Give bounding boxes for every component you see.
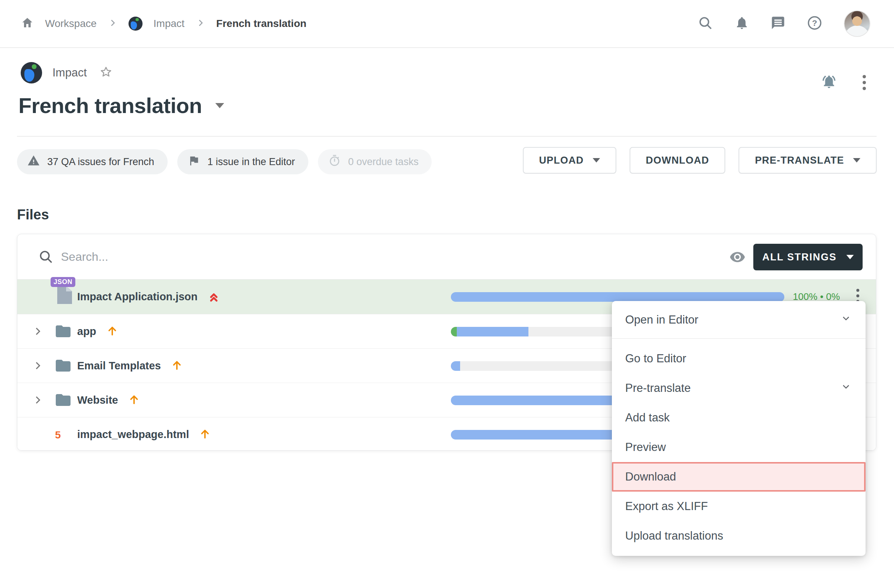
menu-item-upload-translations[interactable]: Upload translations <box>612 521 865 551</box>
editor-issues-label: 1 issue in the Editor <box>207 156 295 168</box>
pre-translate-button[interactable]: PRE-TRANSLATE <box>738 147 877 174</box>
chevron-right-icon <box>108 18 118 29</box>
project-logo-large[interactable] <box>21 62 42 83</box>
qa-issues-label: 37 QA issues for French <box>47 156 154 168</box>
expand-chevron-icon[interactable] <box>32 360 43 373</box>
project-name[interactable]: Impact <box>53 66 87 79</box>
project-logo[interactable] <box>128 17 142 31</box>
messages-icon[interactable] <box>771 15 785 32</box>
warning-icon <box>27 154 40 169</box>
file-context-menu: Open in Editor Go to Editor Pre-translat… <box>612 301 865 556</box>
title-dropdown-caret-icon[interactable] <box>215 103 224 108</box>
stopwatch-icon <box>328 154 341 169</box>
breadcrumb-current: French translation <box>216 18 307 30</box>
top-navigation-bar: Workspace Impact French translation ? <box>0 0 894 48</box>
notifications-icon[interactable] <box>734 15 749 32</box>
priority-high-icon <box>199 427 211 441</box>
menu-item-open-in-editor[interactable]: Open in Editor <box>612 301 865 339</box>
menu-item-preview[interactable]: Preview <box>612 432 865 462</box>
files-heading: Files <box>17 207 49 223</box>
menu-item-download[interactable]: Download <box>612 462 865 491</box>
menu-item-pre-translate[interactable]: Pre-translate <box>612 373 865 403</box>
user-avatar[interactable] <box>844 11 870 37</box>
priority-high-icon <box>171 359 183 373</box>
folder-name[interactable]: app <box>77 325 97 337</box>
breadcrumb-workspace[interactable]: Workspace <box>45 18 97 30</box>
search-icon <box>38 249 54 266</box>
expand-chevron-icon[interactable] <box>32 326 43 338</box>
caret-down-icon <box>593 158 600 163</box>
page-title: French translation <box>18 93 202 118</box>
search-icon[interactable] <box>698 15 713 32</box>
file-name[interactable]: impact_webpage.html <box>77 428 189 441</box>
priority-high-icon <box>106 324 119 338</box>
notification-settings-icon[interactable] <box>821 74 837 91</box>
editor-issues-badge[interactable]: 1 issue in the Editor <box>177 149 308 174</box>
overdue-tasks-badge: 0 overdue tasks <box>318 149 432 174</box>
breadcrumb: Workspace Impact French translation <box>21 16 307 31</box>
menu-item-go-to-editor[interactable]: Go to Editor <box>612 344 865 373</box>
files-toolbar: ALL STRINGS <box>17 234 876 280</box>
expand-chevron-icon[interactable] <box>32 395 43 407</box>
folder-icon <box>54 322 72 342</box>
caret-down-icon <box>853 158 861 163</box>
priority-urgent-icon <box>207 290 220 304</box>
file-name[interactable]: Impact Application.json <box>77 291 198 303</box>
help-icon[interactable]: ? <box>807 15 822 32</box>
project-more-options-icon[interactable] <box>862 75 866 90</box>
flag-icon <box>187 154 200 169</box>
all-strings-filter-button[interactable]: ALL STRINGS <box>753 244 862 271</box>
folder-name[interactable]: Email Templates <box>77 360 161 372</box>
qa-issues-badge[interactable]: 37 QA issues for French <box>17 149 168 174</box>
file-search-input[interactable] <box>61 245 689 268</box>
svg-text:?: ? <box>812 18 817 28</box>
overdue-tasks-label: 0 overdue tasks <box>348 156 419 168</box>
translation-progress-bar <box>451 292 784 302</box>
home-icon[interactable] <box>21 16 34 31</box>
chevron-right-icon <box>196 18 205 29</box>
header-divider <box>17 136 877 137</box>
chevron-down-icon <box>840 313 852 327</box>
folder-name[interactable]: Website <box>77 394 118 406</box>
menu-item-export-as-xliff[interactable]: Export as XLIFF <box>612 491 865 521</box>
upload-button[interactable]: UPLOAD <box>523 147 616 174</box>
folder-icon <box>54 391 72 410</box>
eye-icon[interactable] <box>729 249 746 267</box>
priority-high-icon <box>128 393 140 407</box>
download-button[interactable]: DOWNLOAD <box>630 147 726 174</box>
folder-icon <box>54 357 72 376</box>
chevron-down-icon <box>840 381 852 395</box>
star-icon[interactable] <box>99 65 113 80</box>
menu-item-add-task[interactable]: Add task <box>612 403 865 432</box>
breadcrumb-project[interactable]: Impact <box>154 18 185 30</box>
caret-down-icon <box>846 255 854 259</box>
